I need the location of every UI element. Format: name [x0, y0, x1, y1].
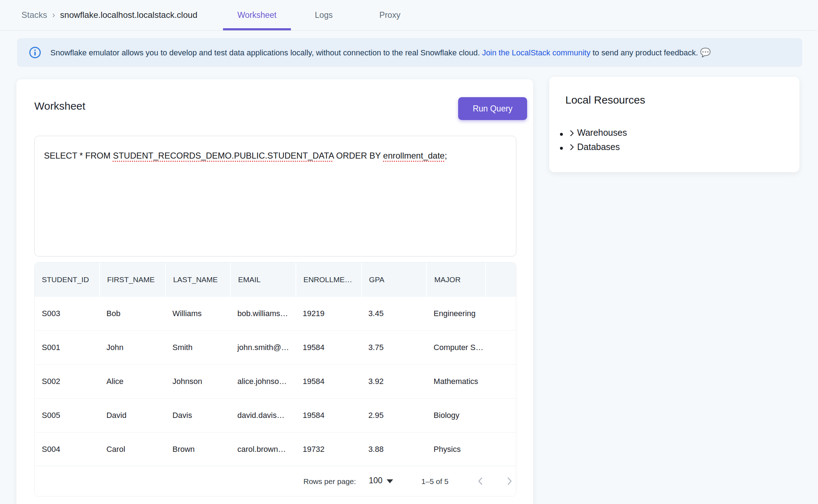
banner-text-before: Snowflake emulator allows you to develop…	[50, 48, 482, 57]
cell-gpa: 3.88	[361, 433, 427, 466]
rows-per-page-value: 100	[369, 476, 382, 485]
cell-last-name: Brown	[165, 433, 230, 466]
cell-enrollment: 19584	[296, 365, 361, 398]
rows-per-page-label: Rows per page:	[303, 477, 356, 486]
cell-email: bob.williams…	[230, 297, 296, 330]
banner-message: Snowflake emulator allows you to develop…	[50, 48, 711, 58]
breadcrumb: Stacks › snowflake.localhost.localstack.…	[21, 10, 197, 20]
table-row[interactable]: S001 John Smith john.smith@… 19584 3.75 …	[35, 331, 516, 365]
sql-segment: ORDER BY	[334, 151, 383, 160]
tab-proxy[interactable]: Proxy	[363, 0, 417, 30]
cell-gpa: 2.95	[361, 399, 427, 432]
tab-worksheet[interactable]: Worksheet	[223, 0, 291, 30]
local-resources-card: Local Resources Warehouses Databases	[549, 77, 799, 172]
localstack-community-link[interactable]: Join the LocalStack community	[482, 48, 590, 57]
speech-balloon-icon: 💬	[700, 48, 711, 57]
run-query-button[interactable]: Run Query	[458, 97, 527, 120]
pagination-bar: Rows per page: 100 1–5 of 5	[35, 466, 516, 496]
cell-last-name: Davis	[165, 399, 230, 432]
chevron-right-icon	[568, 143, 576, 151]
chevron-down-icon	[387, 479, 393, 483]
pagination-range-label: 1–5 of 5	[421, 477, 448, 486]
resource-item-label: Databases	[577, 140, 620, 154]
banner-text-after: to send any product feedback.	[590, 48, 698, 57]
cell-last-name: Smith	[165, 331, 230, 364]
cell-last-name: Williams	[165, 297, 230, 330]
cell-filler	[485, 433, 516, 466]
cell-major: Mathematics	[426, 365, 485, 398]
cell-first-name: Alice	[99, 365, 165, 398]
cell-gpa: 3.45	[361, 297, 427, 330]
column-header-enrollment[interactable]: ENROLLME…	[296, 263, 361, 297]
sql-segment-order-column: enrollment_date	[383, 151, 445, 160]
resource-item-warehouses[interactable]: Warehouses	[568, 126, 627, 140]
cell-student-id: S003	[35, 297, 99, 330]
column-header-last-name[interactable]: LAST_NAME	[165, 263, 230, 297]
table-row[interactable]: S002 Alice Johnson alice.johnso… 19584 3…	[35, 365, 516, 399]
table-row[interactable]: S003 Bob Williams bob.williams… 19219 3.…	[35, 297, 516, 331]
top-bar: Stacks › snowflake.localhost.localstack.…	[0, 0, 818, 31]
info-icon	[29, 46, 41, 59]
local-resources-title: Local Resources	[565, 94, 645, 106]
cell-email: david.davis…	[230, 399, 296, 432]
rows-per-page-select[interactable]: 100	[369, 476, 393, 485]
sql-segment: ;	[445, 151, 447, 160]
worksheet-card: Worksheet Run Query SELECT * FROM STUDEN…	[16, 79, 533, 504]
local-resources-list: Warehouses Databases	[560, 126, 627, 154]
cell-last-name: Johnson	[165, 365, 230, 398]
cell-email: alice.johnso…	[230, 365, 296, 398]
previous-page-button[interactable]	[474, 474, 488, 488]
cell-filler	[485, 331, 516, 364]
cell-filler	[485, 399, 516, 432]
table-row[interactable]: S005 David Davis david.davis… 19584 2.95…	[35, 399, 516, 433]
active-tab-indicator	[223, 28, 291, 30]
cell-student-id: S005	[35, 399, 99, 432]
breadcrumb-current-stack: snowflake.localhost.localstack.cloud	[60, 10, 197, 20]
cell-first-name: David	[99, 399, 165, 432]
results-grid: STUDENT_ID FIRST_NAME LAST_NAME EMAIL EN…	[34, 262, 516, 496]
results-header-row: STUDENT_ID FIRST_NAME LAST_NAME EMAIL EN…	[35, 263, 516, 297]
cell-enrollment: 19219	[296, 297, 361, 330]
cell-first-name: John	[99, 331, 165, 364]
column-header-email[interactable]: EMAIL	[230, 263, 296, 297]
cell-enrollment: 19732	[296, 433, 361, 466]
tab-logs[interactable]: Logs	[297, 0, 351, 30]
cell-student-id: S001	[35, 331, 99, 364]
column-header-gpa[interactable]: GPA	[361, 263, 427, 297]
cell-student-id: S004	[35, 433, 99, 466]
sql-segment: SELECT * FROM	[44, 151, 113, 160]
cell-first-name: Carol	[99, 433, 165, 466]
cell-enrollment: 19584	[296, 331, 361, 364]
cell-gpa: 3.75	[361, 331, 427, 364]
cell-major: Biology	[426, 399, 485, 432]
sql-editor-input[interactable]: SELECT * FROM STUDENT_RECORDS_DEMO.PUBLI…	[34, 136, 516, 256]
resource-item-label: Warehouses	[577, 126, 627, 139]
column-header-major[interactable]: MAJOR	[426, 263, 485, 297]
breadcrumb-stacks-link[interactable]: Stacks	[21, 10, 47, 20]
cell-filler	[485, 365, 516, 398]
cell-gpa: 3.92	[361, 365, 427, 398]
worksheet-title: Worksheet	[34, 100, 85, 112]
cell-major: Engineering	[426, 297, 485, 330]
table-row[interactable]: S004 Carol Brown carol.brown… 19732 3.88…	[35, 433, 516, 466]
chevron-left-icon	[475, 476, 486, 486]
chevron-right-icon	[504, 476, 515, 486]
next-page-button[interactable]	[502, 474, 516, 488]
column-header-student-id[interactable]: STUDENT_ID	[35, 263, 99, 297]
cell-first-name: Bob	[99, 297, 165, 330]
cell-major: Physics	[426, 433, 485, 466]
breadcrumb-separator: ›	[52, 10, 55, 20]
cell-enrollment: 19584	[296, 399, 361, 432]
resource-item-databases[interactable]: Databases	[568, 140, 627, 155]
info-banner: Snowflake emulator allows you to develop…	[17, 38, 802, 67]
column-header-filler	[485, 263, 516, 297]
column-header-first-name[interactable]: FIRST_NAME	[99, 263, 165, 297]
cell-email: john.smith@…	[230, 331, 296, 364]
cell-student-id: S002	[35, 365, 99, 398]
chevron-right-icon	[568, 129, 576, 137]
cell-email: carol.brown…	[230, 433, 296, 466]
cell-major: Computer S…	[426, 331, 485, 364]
cell-filler	[485, 297, 516, 330]
sql-segment-table-name: STUDENT_RECORDS_DEMO.PUBLIC.STUDENT_DATA	[113, 151, 334, 160]
